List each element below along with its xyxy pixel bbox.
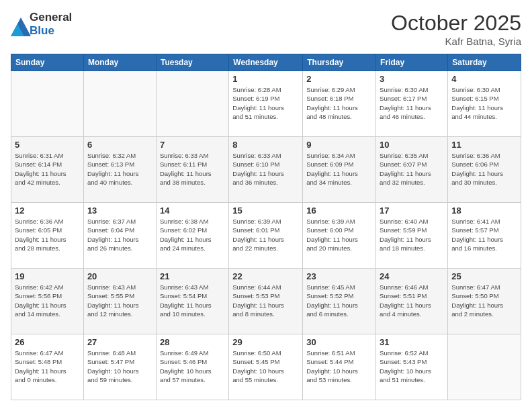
day-number: 4 xyxy=(451,74,517,84)
day-number: 21 xyxy=(160,271,225,281)
calendar-cell: 30Sunrise: 6:51 AM Sunset: 5:44 PM Dayli… xyxy=(303,334,376,400)
day-number: 17 xyxy=(380,205,444,216)
day-info: Sunrise: 6:37 AM Sunset: 6:04 PM Dayligh… xyxy=(87,217,152,253)
day-info: Sunrise: 6:34 AM Sunset: 6:09 PM Dayligh… xyxy=(306,151,372,187)
calendar-cell: 24Sunrise: 6:46 AM Sunset: 5:51 PM Dayli… xyxy=(376,269,448,334)
calendar-cell: 31Sunrise: 6:52 AM Sunset: 5:43 PM Dayli… xyxy=(376,334,448,400)
day-number: 16 xyxy=(306,205,372,216)
calendar-cell: 14Sunrise: 6:38 AM Sunset: 6:02 PM Dayli… xyxy=(156,203,228,269)
month-title: October 2025 xyxy=(391,11,521,36)
calendar-cell: 21Sunrise: 6:43 AM Sunset: 5:54 PM Dayli… xyxy=(156,269,228,334)
day-number: 13 xyxy=(87,205,152,216)
day-number: 11 xyxy=(451,140,517,150)
calendar-cell: 7Sunrise: 6:33 AM Sunset: 6:11 PM Daylig… xyxy=(156,137,228,203)
calendar: SundayMondayTuesdayWednesdayThursdayFrid… xyxy=(11,54,521,400)
day-number: 6 xyxy=(87,140,152,150)
day-info: Sunrise: 6:35 AM Sunset: 6:07 PM Dayligh… xyxy=(380,151,444,187)
day-info: Sunrise: 6:39 AM Sunset: 6:00 PM Dayligh… xyxy=(306,217,372,253)
day-number: 12 xyxy=(15,205,80,216)
day-number: 2 xyxy=(306,74,372,84)
calendar-cell xyxy=(83,71,156,137)
calendar-cell: 8Sunrise: 6:33 AM Sunset: 6:10 PM Daylig… xyxy=(229,137,303,203)
day-number: 26 xyxy=(15,337,80,347)
day-info: Sunrise: 6:49 AM Sunset: 5:46 PM Dayligh… xyxy=(160,349,225,384)
calendar-header-saturday: Saturday xyxy=(448,54,521,71)
logo-icon xyxy=(11,17,27,31)
day-info: Sunrise: 6:45 AM Sunset: 5:52 PM Dayligh… xyxy=(306,283,372,318)
calendar-cell: 25Sunrise: 6:47 AM Sunset: 5:50 PM Dayli… xyxy=(448,269,521,334)
day-number: 29 xyxy=(232,337,299,347)
calendar-cell: 6Sunrise: 6:32 AM Sunset: 6:13 PM Daylig… xyxy=(83,137,156,203)
calendar-week-row: 19Sunrise: 6:42 AM Sunset: 5:56 PM Dayli… xyxy=(11,269,521,334)
day-info: Sunrise: 6:39 AM Sunset: 6:01 PM Dayligh… xyxy=(232,217,299,253)
calendar-cell: 20Sunrise: 6:43 AM Sunset: 5:55 PM Dayli… xyxy=(83,269,156,334)
day-number: 14 xyxy=(160,205,225,216)
header: General Blue October 2025 Kafr Batna, Sy… xyxy=(11,11,521,47)
calendar-cell: 2Sunrise: 6:29 AM Sunset: 6:18 PM Daylig… xyxy=(303,71,376,137)
calendar-cell: 23Sunrise: 6:45 AM Sunset: 5:52 PM Dayli… xyxy=(303,269,376,334)
calendar-cell: 13Sunrise: 6:37 AM Sunset: 6:04 PM Dayli… xyxy=(83,203,156,269)
day-info: Sunrise: 6:40 AM Sunset: 5:59 PM Dayligh… xyxy=(380,217,444,253)
calendar-cell: 5Sunrise: 6:31 AM Sunset: 6:14 PM Daylig… xyxy=(11,137,84,203)
day-info: Sunrise: 6:44 AM Sunset: 5:53 PM Dayligh… xyxy=(232,283,299,318)
day-number: 27 xyxy=(87,337,152,347)
logo-general: General xyxy=(30,11,72,24)
calendar-header-friday: Friday xyxy=(376,54,448,71)
day-info: Sunrise: 6:31 AM Sunset: 6:14 PM Dayligh… xyxy=(15,151,80,187)
calendar-cell: 10Sunrise: 6:35 AM Sunset: 6:07 PM Dayli… xyxy=(376,137,448,203)
calendar-cell: 4Sunrise: 6:30 AM Sunset: 6:15 PM Daylig… xyxy=(448,71,521,137)
day-info: Sunrise: 6:28 AM Sunset: 6:19 PM Dayligh… xyxy=(232,85,299,121)
day-number: 20 xyxy=(87,271,152,281)
day-info: Sunrise: 6:43 AM Sunset: 5:55 PM Dayligh… xyxy=(87,283,152,318)
day-number: 23 xyxy=(306,271,372,281)
location: Kafr Batna, Syria xyxy=(391,36,521,47)
day-info: Sunrise: 6:30 AM Sunset: 6:15 PM Dayligh… xyxy=(451,85,517,121)
day-number: 18 xyxy=(451,205,517,216)
day-number: 1 xyxy=(232,74,299,84)
calendar-week-row: 26Sunrise: 6:47 AM Sunset: 5:48 PM Dayli… xyxy=(11,334,521,400)
day-number: 15 xyxy=(232,205,299,216)
logo-blue: Blue xyxy=(30,24,54,37)
calendar-cell: 15Sunrise: 6:39 AM Sunset: 6:01 PM Dayli… xyxy=(229,203,303,269)
calendar-header-sunday: Sunday xyxy=(11,54,84,71)
calendar-cell: 26Sunrise: 6:47 AM Sunset: 5:48 PM Dayli… xyxy=(11,334,84,400)
day-number: 5 xyxy=(15,140,80,150)
calendar-cell: 29Sunrise: 6:50 AM Sunset: 5:45 PM Dayli… xyxy=(229,334,303,400)
calendar-header-thursday: Thursday xyxy=(303,54,376,71)
day-number: 31 xyxy=(380,337,444,347)
calendar-cell: 11Sunrise: 6:36 AM Sunset: 6:06 PM Dayli… xyxy=(448,137,521,203)
day-info: Sunrise: 6:43 AM Sunset: 5:54 PM Dayligh… xyxy=(160,283,225,318)
day-info: Sunrise: 6:52 AM Sunset: 5:43 PM Dayligh… xyxy=(380,349,444,384)
day-number: 24 xyxy=(380,271,444,281)
calendar-cell xyxy=(11,71,84,137)
logo: General Blue xyxy=(11,11,72,38)
day-number: 28 xyxy=(160,337,225,347)
calendar-header-monday: Monday xyxy=(83,54,156,71)
calendar-cell: 28Sunrise: 6:49 AM Sunset: 5:46 PM Dayli… xyxy=(156,334,228,400)
calendar-header-tuesday: Tuesday xyxy=(156,54,228,71)
day-info: Sunrise: 6:46 AM Sunset: 5:51 PM Dayligh… xyxy=(380,283,444,318)
calendar-cell: 27Sunrise: 6:48 AM Sunset: 5:47 PM Dayli… xyxy=(83,334,156,400)
day-info: Sunrise: 6:42 AM Sunset: 5:56 PM Dayligh… xyxy=(15,283,80,318)
calendar-cell xyxy=(448,334,521,400)
day-info: Sunrise: 6:32 AM Sunset: 6:13 PM Dayligh… xyxy=(87,151,152,187)
calendar-header-row: SundayMondayTuesdayWednesdayThursdayFrid… xyxy=(11,54,521,71)
day-info: Sunrise: 6:36 AM Sunset: 6:06 PM Dayligh… xyxy=(451,151,517,187)
calendar-cell: 19Sunrise: 6:42 AM Sunset: 5:56 PM Dayli… xyxy=(11,269,84,334)
day-number: 30 xyxy=(306,337,372,347)
day-number: 10 xyxy=(380,140,444,150)
calendar-week-row: 12Sunrise: 6:36 AM Sunset: 6:05 PM Dayli… xyxy=(11,203,521,269)
calendar-cell: 17Sunrise: 6:40 AM Sunset: 5:59 PM Dayli… xyxy=(376,203,448,269)
calendar-cell xyxy=(156,71,228,137)
calendar-cell: 1Sunrise: 6:28 AM Sunset: 6:19 PM Daylig… xyxy=(229,71,303,137)
calendar-week-row: 1Sunrise: 6:28 AM Sunset: 6:19 PM Daylig… xyxy=(11,71,521,137)
day-number: 9 xyxy=(306,140,372,150)
calendar-cell: 3Sunrise: 6:30 AM Sunset: 6:17 PM Daylig… xyxy=(376,71,448,137)
day-info: Sunrise: 6:50 AM Sunset: 5:45 PM Dayligh… xyxy=(232,349,299,384)
day-number: 7 xyxy=(160,140,225,150)
calendar-cell: 16Sunrise: 6:39 AM Sunset: 6:00 PM Dayli… xyxy=(303,203,376,269)
calendar-cell: 9Sunrise: 6:34 AM Sunset: 6:09 PM Daylig… xyxy=(303,137,376,203)
day-number: 22 xyxy=(232,271,299,281)
calendar-cell: 18Sunrise: 6:41 AM Sunset: 5:57 PM Dayli… xyxy=(448,203,521,269)
day-info: Sunrise: 6:33 AM Sunset: 6:11 PM Dayligh… xyxy=(160,151,225,187)
